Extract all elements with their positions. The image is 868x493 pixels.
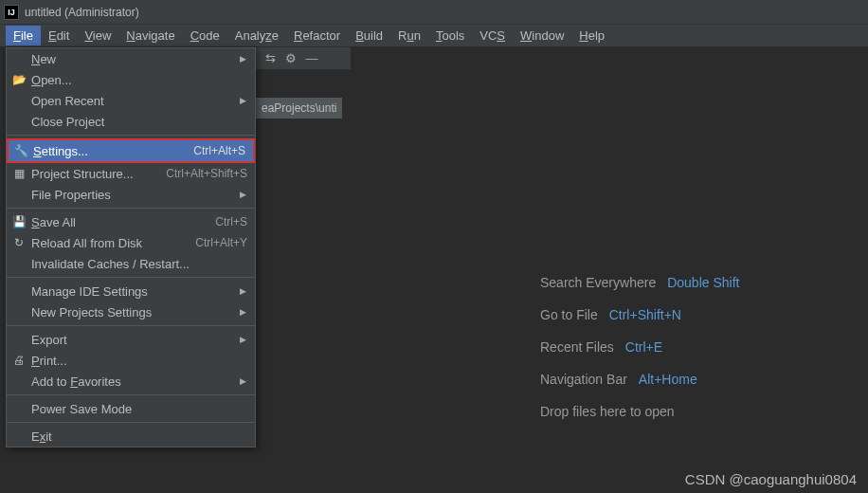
menubar: File Edit View Navigate Code Analyze Ref… [0,25,868,47]
menu-settings[interactable]: 🔧 Settings... Ctrl+Alt+S [7,138,255,163]
welcome-panel: Search Everywhere Double Shift Go to Fil… [540,275,739,419]
chevron-right-icon: ▶ [240,286,247,296]
menu-file[interactable]: File [6,26,41,46]
menu-new[interactable]: New ▶ [7,48,255,69]
toolbar-strip: ⇆ ⚙ — [256,47,351,70]
chevron-right-icon: ▶ [240,190,247,199]
shortcut-label: Ctrl+Alt+Shift+S [166,167,247,180]
minimize-icon[interactable]: — [303,50,320,67]
menu-edit[interactable]: Edit [41,26,77,46]
menu-view[interactable]: View [77,26,118,46]
window-title: untitled (Administrator) [25,6,139,19]
welcome-drop: Drop files here to open [540,404,739,419]
menu-navigate[interactable]: Navigate [118,26,182,46]
menu-close-project[interactable]: Close Project [7,111,255,132]
menu-window[interactable]: Window [513,26,571,46]
blank-icon [10,283,27,299]
tab-fragment[interactable]: eaProjects\unti [256,98,342,119]
menu-analyze[interactable]: Analyze [227,26,286,46]
blank-icon [10,114,27,129]
blank-icon [10,429,27,444]
menu-power-save[interactable]: Power Save Mode [7,398,255,419]
menu-vcs[interactable]: VCS [472,26,513,46]
print-icon: 🖨 [10,353,27,368]
menu-reload[interactable]: ↻ Reload All from Disk Ctrl+Alt+Y [7,232,255,253]
menu-file-properties[interactable]: File Properties ▶ [7,184,255,205]
chevron-right-icon: ▶ [240,307,247,317]
menu-run[interactable]: Run [390,26,428,46]
menu-open-recent[interactable]: Open Recent ▶ [7,90,255,111]
menu-exit[interactable]: Exit [7,426,255,447]
blank-icon [10,256,27,271]
folder-icon: 📂 [10,72,27,87]
chevron-right-icon: ▶ [240,96,247,105]
menu-invalidate[interactable]: Invalidate Caches / Restart... [7,253,255,274]
menu-tools[interactable]: Tools [428,26,472,46]
structure-icon: ▦ [10,166,27,181]
welcome-nav: Navigation Bar Alt+Home [540,372,739,387]
file-dropdown: New ▶ 📂 Open... Open Recent ▶ Close Proj… [6,47,256,447]
menu-export[interactable]: Export ▶ [7,329,255,350]
blank-icon [10,93,27,108]
blank-icon [10,374,27,389]
blank-icon [10,332,27,347]
menu-print[interactable]: 🖨 Print... [7,350,255,371]
app-icon: IJ [4,5,19,20]
chevron-right-icon: ▶ [240,54,247,64]
menu-refactor[interactable]: Refactor [286,26,348,46]
menu-open[interactable]: 📂 Open... [7,69,255,90]
shortcut-label: Ctrl+Alt+Y [195,236,247,249]
chevron-right-icon: ▶ [240,376,247,386]
separator [7,422,255,423]
reload-icon: ↻ [10,235,27,250]
menu-manage-ide[interactable]: Manage IDE Settings ▶ [7,281,255,301]
menu-build[interactable]: Build [348,26,390,46]
menu-project-structure[interactable]: ▦ Project Structure... Ctrl+Alt+Shift+S [7,163,255,184]
blank-icon [10,304,27,320]
expand-icon[interactable]: ⇆ [262,50,279,67]
blank-icon [10,401,27,416]
blank-icon [10,51,27,66]
separator [7,325,255,326]
gear-icon[interactable]: ⚙ [282,50,299,67]
separator [7,394,255,395]
separator [7,208,255,209]
wrench-icon: 🔧 [12,143,29,158]
save-icon: 💾 [10,214,27,229]
separator [7,135,255,136]
separator [7,277,255,278]
blank-icon [10,187,27,202]
titlebar: IJ untitled (Administrator) [0,0,868,25]
menu-help[interactable]: Help [571,26,612,46]
shortcut-label: Ctrl+Alt+S [193,144,245,157]
chevron-right-icon: ▶ [240,335,247,344]
menu-add-favorites[interactable]: Add to Favorites ▶ [7,371,255,392]
welcome-goto: Go to File Ctrl+Shift+N [540,307,739,322]
menu-save-all[interactable]: 💾 Save All Ctrl+S [7,211,255,232]
shortcut-label: Ctrl+S [215,215,247,228]
welcome-recent: Recent Files Ctrl+E [540,339,739,355]
menu-new-projects-settings[interactable]: New Projects Settings ▶ [7,301,255,322]
welcome-search: Search Everywhere Double Shift [540,275,739,290]
menu-code[interactable]: Code [183,26,227,46]
watermark: CSDN @caoguanghui0804 [685,471,857,487]
